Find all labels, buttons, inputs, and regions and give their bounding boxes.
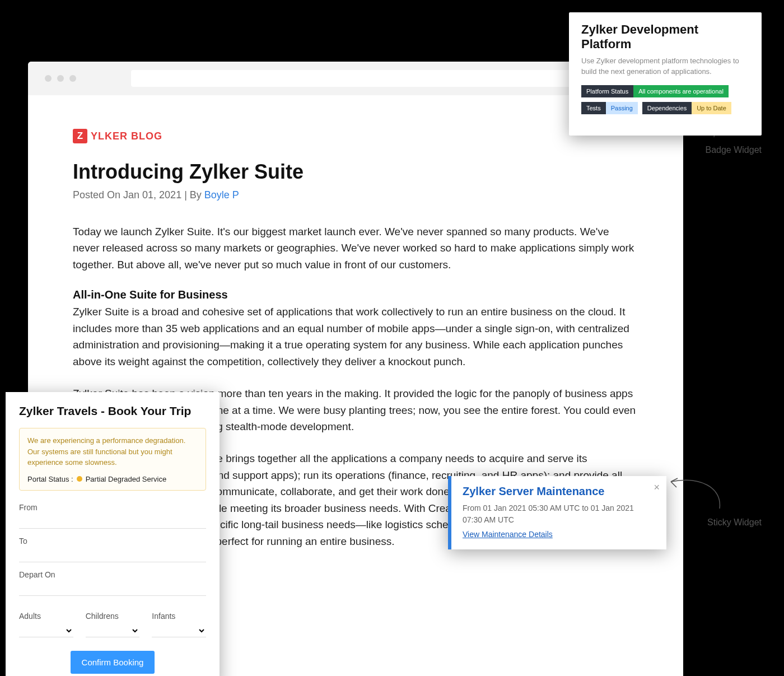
status-note: We are experiencing a performance degrad… [19, 428, 206, 491]
post-paragraph: Zylker Suite is a broad and cohesive set… [73, 304, 638, 370]
status-message: We are experiencing a performance degrad… [27, 435, 198, 468]
infants-label: Infants [152, 612, 206, 621]
traffic-light-minimize[interactable] [57, 75, 64, 82]
dev-platform-card: Zylker Development Platform Use Zylker d… [569, 12, 762, 136]
dev-card-title: Zylker Development Platform [581, 22, 749, 52]
from-input[interactable] [19, 515, 206, 529]
badge-label: Platform Status [581, 85, 633, 97]
children-label: Childrens [86, 612, 140, 621]
badge-label: Tests [581, 102, 606, 114]
confirm-booking-button[interactable]: Confirm Booking [71, 651, 155, 674]
to-input[interactable] [19, 549, 206, 562]
from-label: From [19, 503, 206, 512]
view-details-link[interactable]: View Maintenance Details [463, 530, 553, 539]
travels-card: Zylker Travels - Book Your Trip We are e… [6, 392, 220, 676]
status-badge: TestsPassing [581, 102, 638, 114]
traffic-light-close[interactable] [45, 75, 52, 82]
adults-label: Adults [19, 612, 73, 621]
brand-logo-icon: Z [73, 129, 87, 143]
post-paragraph: Today we launch Zylker Suite. It's our b… [73, 223, 638, 273]
traffic-light-zoom[interactable] [69, 75, 76, 82]
blog-brand: Z YLKER BLOG [73, 129, 638, 143]
annotation-label: Sticky Widget [666, 518, 762, 528]
badge-label: Dependencies [642, 102, 692, 114]
status-dot-icon [77, 476, 82, 482]
traffic-lights [45, 75, 76, 82]
post-author-link[interactable]: Boyle P [204, 189, 239, 201]
post-meta: Posted On Jan 01, 2021 | By Boyle P [73, 189, 638, 201]
status-label: Portal Status : [27, 475, 73, 483]
badge-row: Platform StatusAll components are operat… [581, 85, 749, 119]
passenger-row: Adults Childrens Infants [19, 604, 206, 637]
children-select[interactable] [86, 624, 140, 637]
section-heading: All-in-One Suite for Business [73, 288, 638, 301]
sticky-title: Zylker Server Maintenance [463, 485, 655, 498]
badge-value: Up to Date [692, 102, 731, 114]
depart-input[interactable] [19, 582, 206, 596]
depart-label: Depart On [19, 570, 206, 579]
adults-select[interactable] [19, 624, 73, 637]
status-badge: Platform StatusAll components are operat… [581, 85, 729, 97]
post-title: Introducing Zylker Suite [73, 160, 638, 184]
annotation-sticky-widget: Sticky Widget [666, 470, 762, 528]
arrow-icon [666, 470, 728, 514]
to-label: To [19, 537, 206, 546]
dev-card-description: Use Zylker development platform technolo… [581, 56, 749, 77]
brand-text: YLKER BLOG [91, 130, 162, 142]
sticky-card: × Zylker Server Maintenance From 01 Jan … [448, 476, 666, 549]
travels-title: Zylker Travels - Book Your Trip [19, 404, 206, 418]
status-value: Partial Degraded Service [86, 475, 167, 483]
sticky-time: From 01 Jan 2021 05:30 AM UTC to 01 Jan … [463, 502, 655, 526]
post-meta-prefix: Posted On Jan 01, 2021 | By [73, 189, 204, 201]
status-line: Portal Status : Partial Degraded Service [27, 475, 198, 483]
status-badge: DependenciesUp to Date [642, 102, 731, 114]
badge-value: All components are operational [633, 85, 729, 97]
infants-select[interactable] [152, 624, 206, 637]
annotation-label: Badge Widget [666, 145, 762, 155]
badge-value: Passing [606, 102, 638, 114]
close-icon[interactable]: × [654, 482, 660, 493]
